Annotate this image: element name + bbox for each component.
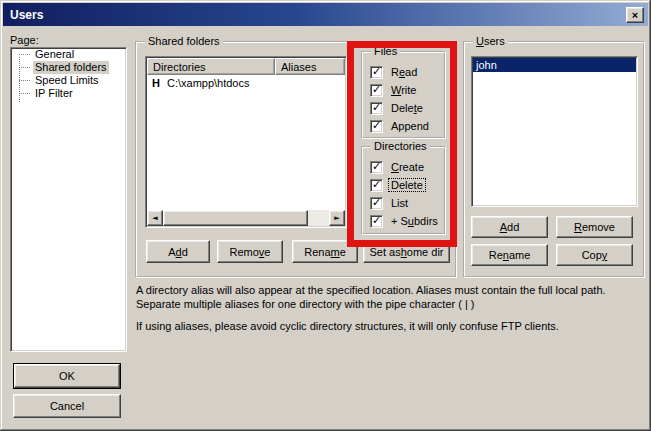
rename-folder-button[interactable]: Rename bbox=[292, 240, 358, 263]
files-permissions-group: Files ✓ Read ✓ Write ✓ Delete ✓ Append bbox=[361, 51, 446, 139]
users-list[interactable]: john bbox=[471, 56, 638, 207]
checkbox-checked-icon: ✓ bbox=[370, 102, 383, 115]
checkbox-files-append[interactable]: ✓ Append bbox=[370, 117, 444, 135]
help-text: A directory alias will also appear at th… bbox=[136, 283, 648, 333]
horizontal-scrollbar[interactable]: ◄ ► bbox=[147, 210, 345, 226]
add-user-button[interactable]: Add bbox=[471, 216, 548, 238]
add-folder-button[interactable]: Add bbox=[146, 240, 210, 263]
copy-user-button[interactable]: Copy bbox=[556, 244, 633, 266]
users-dialog: Users × Page: General Shared folders Spe… bbox=[0, 0, 651, 431]
cancel-button[interactable]: Cancel bbox=[13, 394, 121, 418]
window-title: Users bbox=[10, 8, 626, 22]
scroll-right-button[interactable]: ► bbox=[329, 210, 345, 226]
remove-folder-button[interactable]: Remove bbox=[217, 240, 283, 263]
tree-stub bbox=[19, 54, 30, 55]
alias-note: A directory alias will also appear at th… bbox=[136, 283, 648, 311]
remove-user-button[interactable]: Remove bbox=[556, 216, 633, 238]
column-header-directories[interactable]: Directories bbox=[147, 58, 275, 75]
listview-header: Directories Aliases bbox=[147, 58, 345, 75]
page-item-speed-limits[interactable]: Speed Limits bbox=[11, 74, 126, 87]
table-row[interactable]: H C:\xampp\htdocs bbox=[147, 75, 345, 91]
checkbox-files-write[interactable]: ✓ Write bbox=[370, 81, 444, 99]
scrollbar-track[interactable] bbox=[308, 210, 329, 226]
close-icon: × bbox=[632, 10, 638, 20]
column-header-aliases[interactable]: Aliases bbox=[275, 58, 345, 75]
checkbox-files-read[interactable]: ✓ Read bbox=[370, 63, 444, 81]
scrollbar-thumb[interactable] bbox=[163, 210, 308, 226]
checkbox-checked-icon: ✓ bbox=[370, 197, 383, 210]
user-name: john bbox=[476, 59, 497, 71]
page-item-general[interactable]: General bbox=[11, 48, 126, 61]
close-button[interactable]: × bbox=[626, 7, 644, 23]
directories-listview[interactable]: Directories Aliases H C:\xampp\htdocs ◄ … bbox=[145, 56, 347, 228]
list-item-user-john[interactable]: john bbox=[473, 58, 636, 72]
rename-user-button[interactable]: Rename bbox=[471, 244, 548, 266]
directories-group-label: Directories bbox=[371, 140, 430, 153]
checkbox-dirs-list[interactable]: ✓ List bbox=[370, 194, 444, 212]
directory-path: C:\xampp\htdocs bbox=[167, 77, 250, 89]
page-item-shared-folders[interactable]: Shared folders bbox=[11, 61, 126, 74]
checkbox-checked-icon: ✓ bbox=[370, 84, 383, 97]
tree-stub bbox=[19, 80, 30, 81]
home-dir-flag: H bbox=[152, 77, 160, 89]
page-tree[interactable]: General Shared folders Speed Limits IP F… bbox=[10, 47, 127, 352]
cyclic-note: If using aliases, please avoid cyclic di… bbox=[136, 319, 648, 333]
shared-folders-group-label: Shared folders bbox=[145, 35, 223, 48]
titlebar[interactable]: Users × bbox=[3, 3, 648, 26]
ok-button[interactable]: OK bbox=[14, 364, 120, 388]
checkbox-checked-icon: ✓ bbox=[370, 66, 383, 79]
users-group-label: Users bbox=[473, 35, 508, 48]
set-as-home-dir-button[interactable]: Set as home dir bbox=[363, 240, 450, 263]
checkbox-checked-icon: ✓ bbox=[370, 161, 383, 174]
right-arrow-icon: ► bbox=[334, 215, 339, 222]
scroll-left-button[interactable]: ◄ bbox=[147, 210, 163, 226]
page-label: Page: bbox=[10, 34, 39, 46]
directories-permissions-group: Directories ✓ Create ✓ Delete ✓ List ✓ +… bbox=[361, 146, 446, 235]
checkbox-dirs-subdirs[interactable]: ✓ + Subdirs bbox=[370, 212, 444, 230]
checkbox-dirs-delete[interactable]: ✓ Delete bbox=[370, 176, 444, 194]
checkbox-checked-icon: ✓ bbox=[370, 120, 383, 133]
checkbox-files-delete[interactable]: ✓ Delete bbox=[370, 99, 444, 117]
tree-stub bbox=[19, 67, 30, 68]
ok-button-default-ring: OK bbox=[13, 363, 121, 389]
checkbox-checked-icon: ✓ bbox=[370, 215, 383, 228]
checkbox-checked-icon: ✓ bbox=[370, 179, 383, 192]
tree-stub bbox=[19, 93, 30, 94]
files-group-label: Files bbox=[371, 45, 400, 58]
left-arrow-icon: ◄ bbox=[152, 215, 157, 222]
checkbox-dirs-create[interactable]: ✓ Create bbox=[370, 158, 444, 176]
page-item-ip-filter[interactable]: IP Filter bbox=[11, 87, 126, 100]
